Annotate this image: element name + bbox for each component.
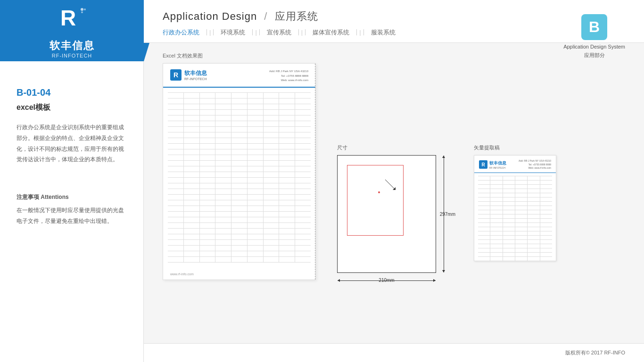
- vector-company: 软丰信息 RF-INFOTECH: [489, 160, 506, 169]
- sidebar-body: B-01-04 excel模板 行政办公系统是企业识别系统中的重要组成部分。根据…: [0, 61, 143, 241]
- svg-text:R: R: [60, 6, 76, 30]
- header-wrapper: Application Design / 应用系统 行政办公系统 | 环境系统 …: [144, 0, 644, 43]
- dim-width-label: 210mm: [379, 278, 394, 283]
- preview-label: Excel 文档效果图: [163, 52, 323, 59]
- svg-point-3: [84, 8, 86, 10]
- svg-line-5: [385, 180, 395, 189]
- right-section: 尺寸: [337, 52, 625, 334]
- doc-company-en: RF-INFOTECH: [184, 77, 207, 81]
- tab-clothing[interactable]: 服装系统: [364, 29, 403, 35]
- title-cn: 应用系统: [275, 10, 318, 22]
- logo-chinese: 软丰信息: [50, 39, 95, 53]
- tab-media[interactable]: 媒体宣传系统: [305, 29, 357, 35]
- vector-preview: R 软丰信息 RF-INFOTECH Add: RB J Park NY USA…: [474, 155, 556, 261]
- doc-logo-r: R: [173, 71, 178, 79]
- title-separator: /: [264, 10, 267, 22]
- vector-logo: R 软丰信息 RF-INFOTECH: [479, 159, 506, 170]
- copyright-text: 版权所有© 2017 RF-INFO: [565, 350, 625, 355]
- item-title: excel模板: [17, 103, 127, 113]
- logo-container: R 软丰信息 RF-INFOTECH: [50, 3, 95, 58]
- doc-footer: www.rf-info.com: [170, 272, 194, 276]
- size-label: 尺寸: [337, 144, 446, 151]
- dashed-line: [315, 64, 315, 280]
- tab-separator-3: |: [299, 29, 305, 35]
- logo-english: RF-INFOTECH: [52, 53, 92, 58]
- size-spec-box: 尺寸: [337, 144, 446, 287]
- logo-icon: R: [56, 3, 89, 36]
- notices-section: 注意事项 Attentions 在一般情况下使用时应尽量使用提供的光盘电子文件，…: [17, 193, 127, 227]
- main-content: Application Design / 应用系统 行政办公系统 | 环境系统 …: [144, 0, 644, 362]
- sidebar: R 软丰信息 RF-INFOTECH B-01-04 excel模板 行政办公系…: [0, 0, 144, 362]
- title-en: Application Design: [163, 10, 257, 22]
- badge-icon: B: [581, 14, 607, 40]
- doc-grid: [163, 90, 315, 265]
- sidebar-header: R 软丰信息 RF-INFOTECH: [0, 0, 144, 61]
- page-footer: 版权所有© 2017 RF-INFO: [144, 343, 644, 362]
- doc-company-info: 软丰信息 RF-INFOTECH: [184, 69, 207, 81]
- tab-separator-1: |: [207, 29, 214, 35]
- doc-logo-icon: R: [170, 69, 182, 81]
- size-diagram: 210mm 297mm: [337, 155, 436, 273]
- size-dot: [378, 191, 380, 193]
- item-code: B-01-04: [17, 87, 127, 98]
- size-inner-rect: [347, 165, 404, 236]
- doc-company-name: 软丰信息: [184, 69, 207, 77]
- specs-row: 尺寸: [337, 144, 625, 287]
- notice-title: 注意事项 Attentions: [17, 193, 127, 201]
- size-arrow-icon: [385, 180, 399, 194]
- doc-contact: Add: RB J Park NY USA 43210 Tel: +0755 8…: [269, 69, 308, 83]
- tab-promotion[interactable]: 宣传系统: [260, 29, 299, 35]
- vector-contact: Add: RB J Park NY USA 43210 Tel: +0755 8…: [519, 159, 551, 170]
- page-title: Application Design / 应用系统: [163, 9, 625, 24]
- item-description: 行政办公系统是企业识别系统中的重要组成部分。根据企业的特点、企业精神及企业文化，…: [17, 122, 127, 165]
- dim-height-label: 297mm: [440, 212, 455, 217]
- badge-letter: B: [589, 18, 600, 36]
- svg-point-2: [81, 8, 83, 11]
- vector-spec-box: 矢量提取稿 R 软丰信息 RF-INFOTECH: [474, 144, 556, 261]
- nav-tabs: 行政办公系统 | 环境系统 | 宣传系统 | 媒体宣传系统 | 服装系统: [163, 29, 625, 35]
- size-diagram-wrapper: 210mm 297mm: [337, 155, 446, 287]
- tab-separator-2: |: [253, 29, 259, 35]
- doc-logo-area: R 软丰信息 RF-INFOTECH: [170, 69, 207, 81]
- tab-admin[interactable]: 行政办公系统: [163, 29, 207, 35]
- notice-text: 在一般情况下使用时应尽量使用提供的光盘电子文件，尽量避免在重绘中出现错。: [17, 205, 127, 227]
- preview-section: Excel 文档效果图 R 软丰信息 RF-INFOTECH Add:: [163, 52, 323, 334]
- tab-environment[interactable]: 环境系统: [214, 29, 253, 35]
- svg-point-4: [81, 11, 83, 13]
- vector-grid: [474, 174, 556, 262]
- document-preview: R 软丰信息 RF-INFOTECH Add: RB J Park NY USA…: [163, 63, 316, 280]
- grid-row: [168, 92, 311, 99]
- vector-logo-icon: R: [479, 160, 487, 169]
- content-area: Excel 文档效果图 R 软丰信息 RF-INFOTECH Add:: [144, 43, 644, 343]
- vector-label: 矢量提取稿: [474, 144, 556, 151]
- tab-separator-4: |: [357, 29, 363, 35]
- doc-header: R 软丰信息 RF-INFOTECH Add: RB J Park NY USA…: [163, 64, 315, 88]
- vector-doc-header: R 软丰信息 RF-INFOTECH Add: RB J Park NY USA…: [474, 156, 556, 173]
